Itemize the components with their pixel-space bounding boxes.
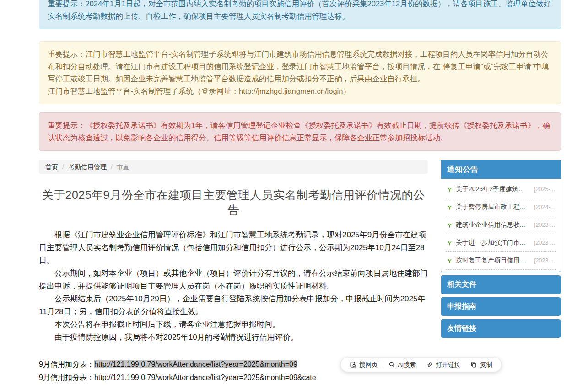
notice-title: 关于暂停房屋市政工程... bbox=[456, 203, 525, 211]
open-link-icon bbox=[426, 361, 433, 368]
notice-title: 关于进一步加强江门市... bbox=[456, 239, 525, 247]
bonus-table-label: 9月信用加分表： bbox=[39, 360, 94, 368]
notice-list-item[interactable]: 按时复工复产项目信用... [2023-... bbox=[446, 252, 556, 270]
deduction-table-link-row: 9月信用扣分表：http://121.199.0.79/workAttendan… bbox=[39, 371, 428, 384]
toolbar-item-open-link[interactable]: 打开链接 bbox=[421, 361, 465, 369]
toolbar-item-ai-search[interactable]: AI搜索 bbox=[383, 361, 421, 369]
alert-danger-banner: 重要提示：《授权委托及承诺书》有效期为1年，请各信用管理登记企业检查《授权委托及… bbox=[39, 112, 561, 151]
notice-list-item[interactable]: 关于2025年2季度建筑... [2025-... bbox=[446, 181, 556, 198]
notice-panel-header: 通知公告 bbox=[441, 160, 561, 179]
notice-title: 关于2025年2季度建筑... bbox=[456, 185, 524, 193]
search-web-icon bbox=[350, 361, 356, 368]
deduction-table-label: 9月信用扣分表： bbox=[39, 374, 94, 381]
notice-date: [2023-... bbox=[534, 257, 555, 264]
page-title: 关于2025年9月份全市在建项目主要管理人员实名制考勤信用评价情况的公告 bbox=[39, 187, 428, 218]
article-paragraph: 公示期结束后（2025年10月29日），企业需要自行登陆系统按信用加分表申报加分… bbox=[39, 293, 428, 318]
sprout-icon bbox=[447, 187, 453, 192]
article-paragraph: 由于疫情防控原因，我局将不对2025年10月的考勤情况进行信用评价。 bbox=[39, 331, 428, 344]
copy-icon bbox=[470, 361, 477, 368]
article-paragraph: 公示期间，如对本企业（项目）或其他企业（项目）评价计分有异议的，请在公示结束前向… bbox=[39, 267, 428, 293]
sidebar-section-related-files[interactable]: 相关文件 bbox=[441, 275, 561, 294]
alert-info-banner: 重要提示：2024年1月1日起，对全市范围内纳入实名制考勤的项目实施信用评价（首… bbox=[39, 0, 561, 29]
notice-date: [2023-... bbox=[534, 240, 555, 246]
breadcrumb-item-attendance-credit[interactable]: 考勤信用管理 bbox=[68, 160, 107, 174]
alert-warning-banner: 重要提示：江门市智慧工地监管平台-实名制管理子系统即将与江门市建筑市场信用信息管… bbox=[39, 41, 561, 104]
page: 重要提示：2024年1月1日起，对全市范围内纳入实名制考勤的项目实施信用评价（首… bbox=[0, 0, 588, 385]
toolbar-item-label: 打开链接 bbox=[436, 361, 460, 369]
alert-info-text: 重要提示：2024年1月1日起，对全市范围内纳入实名制考勤的项目实施信用评价（首… bbox=[48, 0, 551, 20]
notice-title: 按时复工复产项目信用... bbox=[456, 257, 525, 265]
sprout-icon bbox=[447, 204, 453, 210]
notice-date: [2025-... bbox=[534, 186, 555, 192]
alert-danger-text: 重要提示：《授权委托及承诺书》有效期为1年，请各信用管理登记企业检查《授权委托及… bbox=[48, 121, 550, 142]
notice-list-item[interactable]: 建筑业企业信用信息收... [2023-... bbox=[446, 216, 556, 234]
article-paragraph: 本次公告将在申报截止时间后下线，请各企业注意把握申报时间。 bbox=[39, 318, 428, 331]
notice-panel-body: 关于2025年2季度建筑... [2025-... 关于暂停房屋市政工程... … bbox=[441, 179, 561, 272]
notice-date: [2024-... bbox=[534, 204, 555, 210]
article-body: 根据《江门市建筑业企业信用管理评价标准》和江门市智慧工地系统考勤记录，现对202… bbox=[39, 229, 428, 344]
breadcrumb-separator: / bbox=[62, 160, 64, 174]
selection-toolbar: 搜网页 AI搜索 打开链接 复制 bbox=[340, 357, 502, 372]
notice-list-item[interactable]: 关于进一步加强江门市... [2023-... bbox=[446, 234, 556, 252]
breadcrumb-item-home[interactable]: 首页 bbox=[45, 160, 58, 174]
ai-search-icon bbox=[388, 361, 395, 368]
toolbar-item-label: AI搜索 bbox=[398, 361, 416, 369]
toolbar-item-label: 复制 bbox=[480, 361, 492, 369]
alert-warning-login-url: 江门市智慧工地监管平台-实名制管理子系统（登录网址：http://jmzhgd.… bbox=[48, 85, 552, 97]
sidebar-section-friendly-links[interactable]: 友情链接 bbox=[441, 319, 561, 338]
notice-date: [2023-... bbox=[534, 222, 555, 228]
toolbar-item-label: 搜网页 bbox=[359, 361, 378, 369]
article-paragraph: 根据《江门市建筑业企业信用管理评价标准》和江门市智慧工地系统考勤记录，现对202… bbox=[39, 229, 428, 267]
sprout-icon bbox=[447, 240, 453, 246]
sprout-icon bbox=[447, 222, 453, 228]
toolbar-item-search-web[interactable]: 搜网页 bbox=[345, 361, 383, 369]
breadcrumb: 首页 / 考勤信用管理 / 市直 bbox=[39, 160, 428, 174]
bonus-table-url-selected[interactable]: http://121.199.0.79/workAttendance/list?… bbox=[94, 360, 297, 368]
toolbar-item-copy[interactable]: 复制 bbox=[465, 361, 497, 369]
article-column: 首页 / 考勤信用管理 / 市直 关于2025年9月份全市在建项目主要管理人员实… bbox=[39, 160, 428, 384]
deduction-table-url[interactable]: http://121.199.0.79/workAttendance/list?… bbox=[94, 374, 316, 381]
sidebar: 通知公告 关于2025年2季度建筑... [2025-... 关于暂停房屋市政工… bbox=[441, 160, 561, 384]
notice-list-item[interactable]: 关于暂停房屋市政工程... [2024-... bbox=[446, 198, 556, 216]
alert-warning-text: 重要提示：江门市智慧工地监管平台-实名制管理子系统即将与江门市建筑市场信用信息管… bbox=[48, 48, 552, 85]
sprout-icon bbox=[447, 258, 453, 264]
notice-title: 建筑业企业信用信息收... bbox=[456, 221, 525, 229]
breadcrumb-item-current: 市直 bbox=[117, 160, 129, 174]
sidebar-section-declaration-guide[interactable]: 申报指南 bbox=[441, 297, 561, 316]
breadcrumb-separator: / bbox=[111, 160, 113, 174]
